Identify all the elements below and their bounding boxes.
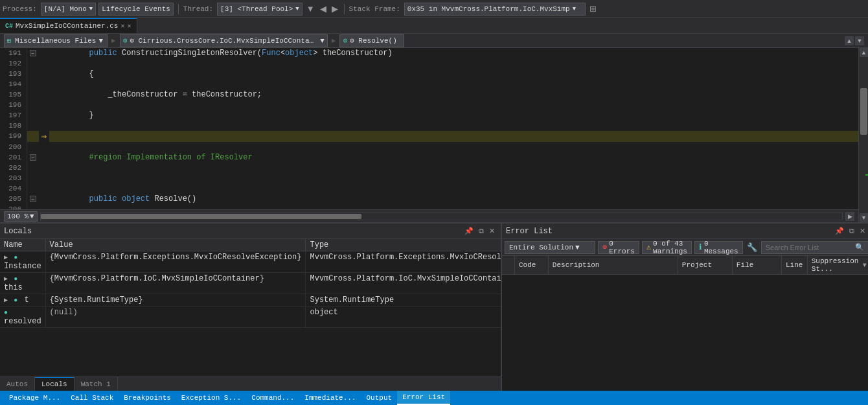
gutter-200 <box>39 142 49 152</box>
breadcrumb-scroll-down[interactable]: ▼ <box>855 36 864 45</box>
code-line-195: 195 _theConstructor = theConstructor; <box>0 89 858 100</box>
status-output[interactable]: Output <box>361 391 398 405</box>
file-col-label: File <box>737 261 753 269</box>
code-view[interactable]: 191 − public ConstructingSingletonResolv… <box>0 48 858 209</box>
line-num-194: 194 <box>0 79 27 89</box>
locals-table-container[interactable]: Name Value Type ▶ ● Instance {MvvmCross.… <box>0 239 501 376</box>
status-package-manager[interactable]: Package M... <box>4 391 65 405</box>
locals-pin-btn[interactable]: 📌 <box>463 226 475 236</box>
status-error-list[interactable]: Error List <box>397 391 450 405</box>
line-num-203: 203 <box>0 173 27 183</box>
thread-dropdown[interactable]: [3] <Thread Pool> ▼ <box>217 3 303 16</box>
messages-count-label: 0 Messages <box>704 240 738 255</box>
expand-arrow-0[interactable]: ▶ <box>4 254 8 261</box>
name-text-2: t <box>24 295 29 305</box>
breadcrumb-scroll-up[interactable]: ▲ <box>845 36 854 45</box>
gutter-191 <box>39 48 49 58</box>
col-header-description[interactable]: Description <box>548 256 678 275</box>
class-icon: ⚙ <box>123 36 128 45</box>
class-label: ⚙ Cirrious.CrossCore.IoC.MvxSimpleIoCCon… <box>130 36 317 45</box>
scroll-right-btn[interactable]: ▶ <box>845 212 854 221</box>
status-breakpoints[interactable]: Breakpoints <box>119 391 176 405</box>
stack-options-btn[interactable]: ⊞ <box>588 3 598 15</box>
scroll-down-btn[interactable]: ▼ <box>860 213 868 222</box>
lifecycle-dropdown[interactable]: Lifecycle Events <box>98 3 174 16</box>
status-exception-settings[interactable]: Exception S... <box>176 391 246 405</box>
file-type-icon: C# <box>5 23 13 30</box>
toolbar-separator-1 <box>178 4 179 14</box>
scrollbar-track[interactable] <box>860 57 868 213</box>
error-panel-close-btn[interactable]: ✕ <box>858 226 867 236</box>
locals-close-btn[interactable]: ✕ <box>487 226 497 236</box>
filter-col-icon[interactable]: ▼ <box>863 262 867 269</box>
col-header-code[interactable]: Code <box>514 256 548 275</box>
col-header-suppression[interactable]: Suppression St... ▼ <box>807 256 868 275</box>
locals-bottom-tab-bar: Autos Locals Watch 1 <box>0 376 501 391</box>
locals-type-0: MvvmCross.Platform.Exceptions.MvxIoCReso… <box>306 251 501 273</box>
scope-dropdown[interactable]: Entire Solution ▼ <box>505 241 595 254</box>
line-num-205: 205 <box>0 194 27 204</box>
messages-btn[interactable]: ℹ 0 Messages <box>694 241 743 254</box>
line-content-202 <box>49 163 858 173</box>
namespace-label: Miscellaneous Files <box>15 37 96 45</box>
expand-200 <box>27 142 39 152</box>
value-text-2: {System.RuntimeType} <box>50 295 143 305</box>
expand-201[interactable]: − <box>27 152 39 163</box>
breadcrumb-sep-1: ▶ <box>111 36 116 45</box>
code-line-201: 201 − #region Implementation of IResolve… <box>0 152 858 163</box>
process-value: [N/A] Mono <box>44 5 87 13</box>
error-table-container[interactable]: Code Description Project File Line Suppr… <box>502 256 868 391</box>
status-command-window[interactable]: Command... <box>246 391 299 405</box>
package-manager-label: Package M... <box>9 394 60 402</box>
error-table: Code Description Project File Line Suppr… <box>502 256 868 275</box>
tab-watch1[interactable]: Watch 1 <box>74 377 118 391</box>
errors-btn[interactable]: ⊗ 0 Errors <box>598 241 639 254</box>
error-panel-title: Error List <box>506 227 553 236</box>
locals-value-0: {MvvmCross.Platform.Exceptions.MvxIoCRes… <box>45 251 306 273</box>
col-header-file[interactable]: File <box>732 256 781 275</box>
horizontal-scrollbar[interactable] <box>40 213 843 220</box>
col-header-project[interactable]: Project <box>678 256 732 275</box>
gutter-205 <box>39 194 49 204</box>
locals-name-2: ▶ ● t <box>0 294 45 307</box>
expand-arrow-1[interactable]: ▶ <box>4 275 8 283</box>
line-num-192: 192 <box>0 58 27 69</box>
warnings-count-label: 0 of 43 Warnings <box>653 240 687 255</box>
type-text-1: MvvmCross.Platform.IoC.MvxSimpleIoCConta… <box>310 274 501 283</box>
editor-scrollbar[interactable]: ▲ ▼ <box>859 48 868 222</box>
scroll-up-btn[interactable]: ▲ <box>860 48 868 57</box>
back-btn[interactable]: ◀ <box>319 3 328 15</box>
stack-frame-dropdown[interactable]: 0x35 in MvvmCross.Platform.IoC.MvxSimp ▼ <box>404 3 586 16</box>
expand-191[interactable]: − <box>27 48 39 58</box>
tab-autos[interactable]: Autos <box>0 377 35 391</box>
tab-locals[interactable]: Locals <box>35 377 74 391</box>
breadcrumb-method[interactable]: ⚙ ⚙ Resolve() <box>339 34 404 47</box>
tab-main-file[interactable]: C# MvxSimpleIoCContainer.cs ✕ ✕ <box>0 18 137 33</box>
error-panel-float-btn[interactable]: ⧉ <box>847 226 856 236</box>
process-dropdown[interactable]: [N/A] Mono ▼ <box>41 3 96 16</box>
warnings-btn[interactable]: ⚠ 0 of 43 Warnings <box>642 241 692 254</box>
status-immediate-window[interactable]: Immediate... <box>299 391 361 405</box>
code-line-191: 191 − public ConstructingSingletonResolv… <box>0 48 858 58</box>
locals-float-btn[interactable]: ⧉ <box>477 226 486 236</box>
error-build-only-btn[interactable]: 🔧 <box>746 241 759 253</box>
error-panel-pin-btn[interactable]: 📌 <box>833 226 846 236</box>
line-num-206: 206 <box>0 204 27 209</box>
zoom-dropdown[interactable]: 100 % ▼ <box>4 211 38 222</box>
type-text-2: System.RuntimeType <box>310 295 394 305</box>
line-num-193: 193 <box>0 69 27 79</box>
expand-205[interactable]: − <box>27 194 39 204</box>
error-search-input[interactable] <box>766 244 855 251</box>
breadcrumb-namespace[interactable]: ⊞ Miscellaneous Files ▼ <box>4 34 108 47</box>
forward-btn[interactable]: ▶ <box>330 3 339 15</box>
breadcrumb-chevron-2: ▼ <box>320 37 325 45</box>
type-text-3: object <box>310 308 337 317</box>
col-header-line[interactable]: Line <box>782 256 808 275</box>
status-call-stack[interactable]: Call Stack <box>65 391 119 405</box>
tab-close-btn[interactable]: ✕ <box>120 22 124 30</box>
line-num-198: 198 <box>0 121 27 131</box>
expand-arrow-2[interactable]: ▶ <box>4 297 8 304</box>
breadcrumb-class[interactable]: ⚙ ⚙ Cirrious.CrossCore.IoC.MvxSimpleIoCC… <box>120 34 328 47</box>
filter-btn[interactable]: ▼ <box>305 3 316 15</box>
tab-pin-btn[interactable]: ✕ <box>127 22 131 30</box>
